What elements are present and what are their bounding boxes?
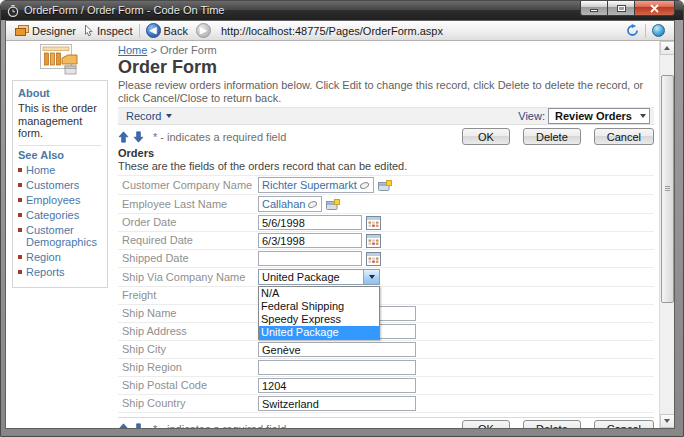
divider	[118, 417, 654, 418]
page-title: Order Form	[118, 58, 654, 77]
field-control	[258, 233, 654, 248]
sidebar-link-employees[interactable]: Employees	[18, 194, 102, 206]
lookup-value-link[interactable]: Callahan	[262, 198, 305, 210]
calendar-icon[interactable]	[366, 234, 381, 248]
field-control	[258, 360, 654, 375]
bullet-icon	[18, 168, 22, 172]
move-up-button[interactable]	[118, 423, 129, 429]
field-control	[258, 378, 654, 393]
calendar-icon[interactable]	[366, 216, 381, 230]
new-record-icon[interactable]	[378, 180, 392, 191]
field-label: Ship Country	[118, 397, 258, 410]
select-dropdown-button[interactable]	[363, 270, 379, 284]
field-label: Ship Name	[118, 307, 258, 320]
sidebar-link-customers[interactable]: Customers	[18, 179, 102, 191]
ok-button[interactable]: OK	[462, 128, 510, 145]
delete-button[interactable]: Delete	[523, 128, 581, 145]
field-label: Ship Region	[118, 361, 258, 374]
sidebar-link-customer-demographics[interactable]: Customer Demographics	[18, 224, 102, 248]
title-bar[interactable]: OrderForm / Order Form - Code On Time	[1, 1, 683, 20]
breadcrumb-home-link[interactable]: Home	[118, 44, 147, 56]
select-option[interactable]: Speedy Express	[259, 313, 379, 326]
bottom-action-row: * - indicates a required field OK Delete…	[118, 420, 654, 428]
select-options-list: N/AFederal ShippingSpeedy ExpressUnited …	[258, 286, 380, 340]
scroll-up-button[interactable]	[660, 41, 675, 55]
field-control: Richter Supermarkt	[258, 177, 654, 193]
browser-toolbar: Designer Inspect ◀ Back ▶ http://localho…	[6, 21, 674, 41]
view-label: View:	[518, 110, 545, 122]
address-bar[interactable]: http://localhost:48775/Pages/OrderForm.a…	[221, 25, 443, 37]
see-also-heading: See Also	[18, 149, 102, 161]
calendar-icon[interactable]	[366, 252, 381, 266]
ship-via-select[interactable]: United Package	[258, 269, 380, 285]
minimize-button[interactable]	[580, 1, 608, 16]
scroll-down-button[interactable]	[660, 414, 675, 428]
delete-button[interactable]: Delete	[523, 420, 581, 428]
lookup-value-link[interactable]: Richter Supermarkt	[262, 179, 357, 191]
bullet-icon	[18, 228, 22, 232]
down-arrow-icon	[133, 423, 144, 429]
field-label: Shipped Date	[118, 252, 258, 265]
forward-button[interactable]: ▶	[192, 23, 215, 38]
record-menu-button[interactable]: Record	[126, 110, 172, 122]
text-input[interactable]	[258, 360, 416, 375]
field-row-ship-address: Ship Address	[118, 323, 654, 341]
text-input[interactable]	[258, 342, 416, 357]
field-row-ship-country: Ship Country	[118, 395, 654, 413]
close-button[interactable]	[635, 1, 675, 16]
field-label: Required Date	[118, 234, 258, 247]
app-clock-icon	[7, 5, 19, 17]
maximize-button[interactable]	[608, 1, 635, 16]
field-label: Ship Address	[118, 325, 258, 338]
date-input[interactable]	[258, 251, 362, 266]
field-row-ship-name: Ship Name	[118, 305, 654, 323]
new-record-icon[interactable]	[326, 199, 340, 210]
back-button[interactable]: ◀ Back	[142, 23, 192, 38]
select-option[interactable]: N/A	[259, 287, 379, 300]
forward-icon: ▶	[196, 23, 211, 38]
lookup-box: Callahan	[258, 196, 322, 212]
ok-button[interactable]: OK	[462, 420, 510, 428]
cancel-button[interactable]: Cancel	[594, 128, 654, 145]
browser-mode-button[interactable]	[648, 24, 669, 37]
lookup-box: Richter Supermarkt	[258, 177, 374, 193]
field-control	[258, 215, 654, 230]
bullet-icon	[18, 198, 22, 202]
sidebar-link-home[interactable]: Home	[18, 164, 102, 176]
edit-pencil-icon[interactable]	[307, 200, 318, 209]
sidebar-link-reports[interactable]: Reports	[18, 266, 102, 278]
required-field-note: * - indicates a required field	[153, 423, 286, 429]
sidebar-link-region[interactable]: Region	[18, 251, 102, 263]
field-row-ship-region: Ship Region	[118, 359, 654, 377]
text-input[interactable]	[258, 396, 416, 411]
breadcrumb-current: Order Form	[160, 44, 217, 56]
scrollbar-thumb[interactable]	[661, 75, 674, 303]
field-row-ship-via-company-name: Ship Via Company NameUnited PackageN/AFe…	[118, 268, 654, 287]
separator	[139, 24, 140, 38]
chevron-down-icon	[640, 114, 646, 118]
select-option[interactable]: Federal Shipping	[259, 300, 379, 313]
main-content: Home > Order Form Order Form Please revi…	[118, 43, 654, 428]
bullet-icon	[18, 255, 22, 259]
sidebar-link-categories[interactable]: Categories	[18, 209, 102, 221]
vertical-scrollbar[interactable]	[659, 41, 674, 428]
edit-pencil-icon[interactable]	[359, 181, 370, 190]
date-input[interactable]	[258, 233, 362, 248]
inspect-button[interactable]: Inspect	[80, 24, 136, 37]
select-option[interactable]: United Package	[259, 326, 379, 339]
designer-icon	[15, 25, 29, 37]
field-label: Order Date	[118, 216, 258, 229]
text-input[interactable]	[258, 378, 416, 393]
about-text: This is the order management form.	[18, 102, 102, 140]
move-down-button[interactable]	[133, 131, 144, 143]
move-up-button[interactable]	[118, 131, 129, 143]
field-row-ship-postal-code: Ship Postal Code	[118, 377, 654, 395]
date-input[interactable]	[258, 215, 362, 230]
page: About This is the order management form.…	[6, 41, 659, 428]
refresh-button[interactable]	[622, 24, 643, 37]
cancel-button[interactable]: Cancel	[594, 420, 654, 428]
view-selector[interactable]: Review Orders	[548, 108, 650, 124]
refresh-icon	[626, 24, 639, 37]
designer-button[interactable]: Designer	[11, 25, 80, 37]
move-down-button[interactable]	[133, 423, 144, 429]
